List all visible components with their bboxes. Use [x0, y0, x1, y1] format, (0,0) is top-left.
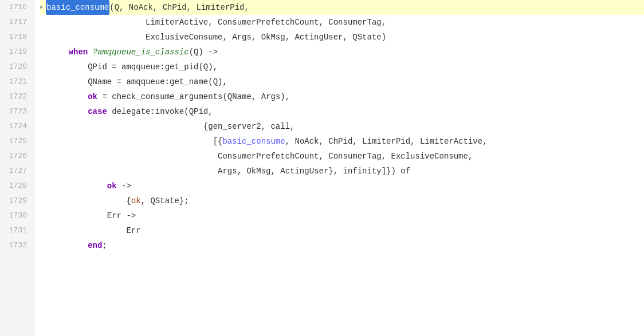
token-plain: = check_consume_arguments(QName, Args),: [97, 89, 290, 104]
line-number-1727: 1727: [5, 164, 27, 179]
token-plain: Err: [49, 223, 141, 238]
token-plain: Err ->: [49, 208, 136, 223]
line-number-gutter: 1716171717181719172017211722172317241725…: [0, 0, 34, 336]
token-plain: [49, 238, 88, 253]
code-line-1731: Err: [40, 223, 644, 238]
code-line-1720: QPid = amqqueue:get_pid(Q),: [40, 60, 644, 74]
code-line-1732: end;: [40, 238, 644, 253]
line-number-1718: 1718: [5, 30, 27, 45]
token-fn: basic_consume: [46, 0, 109, 15]
token-plain: [{: [49, 134, 222, 149]
code-line-1722: ok = check_consume_arguments(QName, Args…: [40, 89, 644, 104]
code-line-1717: LimiterActive, ConsumerPrefetchCount, Co…: [40, 15, 644, 30]
token-plain: Args, OkMsg, ActingUser}, infinity]}) of: [49, 164, 410, 179]
line-number-1730: 1730: [5, 208, 27, 223]
code-line-1727: Args, OkMsg, ActingUser}, infinity]}) of: [40, 164, 644, 179]
token-plain: QPid = amqqueue:get_pid(Q),: [49, 60, 218, 74]
token-plain: , QState};: [141, 193, 189, 208]
token-plain: (Q, NoAck, ChPid, LimiterPid,: [109, 0, 249, 15]
line-number-1723: 1723: [5, 104, 27, 119]
code-line-1718: ExclusiveConsume, Args, OkMsg, ActingUse…: [40, 30, 644, 45]
token-plain: [88, 45, 92, 60]
code-line-1725: [{basic_consume, NoAck, ChPid, LimiterPi…: [40, 134, 644, 149]
line-number-1725: 1725: [5, 134, 27, 149]
token-kw: when: [69, 45, 88, 60]
code-line-1719: when ?amqqueue_is_classic(Q) ->: [40, 45, 644, 60]
line-number-1721: 1721: [5, 74, 27, 89]
line-number-1728: 1728: [5, 179, 27, 193]
token-plain: [49, 45, 69, 60]
code-content[interactable]: ▶basic_consume(Q, NoAck, ChPid, LimiterP…: [34, 0, 644, 336]
code-line-1721: QName = amqqueue:get_name(Q),: [40, 74, 644, 89]
token-plain: QName = amqqueue:get_name(Q),: [49, 74, 227, 89]
code-line-1726: ConsumerPrefetchCount, ConsumerTag, Excl…: [40, 149, 644, 164]
line-number-1724: 1724: [5, 119, 27, 134]
line-number-1716: 1716: [5, 0, 27, 15]
line-number-1729: 1729: [5, 193, 27, 208]
code-line-1716: ▶basic_consume(Q, NoAck, ChPid, LimiterP…: [40, 0, 644, 15]
code-editor: 1716171717181719172017211722172317241725…: [0, 0, 644, 336]
code-line-1728: ok ->: [40, 179, 644, 193]
token-plain: ConsumerPrefetchCount, ConsumerTag, Excl…: [49, 149, 473, 164]
token-plain: [49, 104, 88, 119]
token-fn: basic_consume: [222, 134, 285, 149]
line-number-1719: 1719: [5, 45, 27, 60]
token-plain: [49, 89, 88, 104]
line-number-1731: 1731: [5, 223, 27, 238]
token-plain: {gen_server2, call,: [49, 119, 294, 134]
token-plain: , NoAck, ChPid, LimiterPid, LimiterActiv…: [285, 134, 488, 149]
token-plain: ExclusiveConsume, Args, OkMsg, ActingUse…: [49, 30, 386, 45]
token-plain: (Q) ->: [189, 45, 218, 60]
breakpoint-icon: ▶: [40, 0, 44, 15]
line-number-1722: 1722: [5, 89, 27, 104]
token-atom: ok: [131, 193, 141, 208]
token-plain: ->: [117, 179, 131, 193]
token-plain: LimiterActive, ConsumerPrefetchCount, Co…: [49, 15, 386, 30]
line-number-1732: 1732: [5, 238, 27, 253]
token-plain: delegate:invoke(QPid,: [107, 104, 213, 119]
token-plain: ;: [102, 238, 107, 253]
code-line-1723: case delegate:invoke(QPid,: [40, 104, 644, 119]
token-plain: {: [49, 193, 131, 208]
token-kw: ok: [107, 179, 117, 193]
code-line-1724: {gen_server2, call,: [40, 119, 644, 134]
token-kw: end: [88, 238, 102, 253]
line-number-1720: 1720: [5, 60, 27, 74]
line-number-1726: 1726: [5, 149, 27, 164]
token-plain: [49, 179, 107, 193]
token-kw: ok: [88, 89, 97, 104]
code-line-1729: {ok, QState};: [40, 193, 644, 208]
code-line-1730: Err ->: [40, 208, 644, 223]
token-macro: ?amqqueue_is_classic: [93, 45, 189, 60]
line-number-1717: 1717: [5, 15, 27, 30]
token-kw: case: [88, 104, 107, 119]
